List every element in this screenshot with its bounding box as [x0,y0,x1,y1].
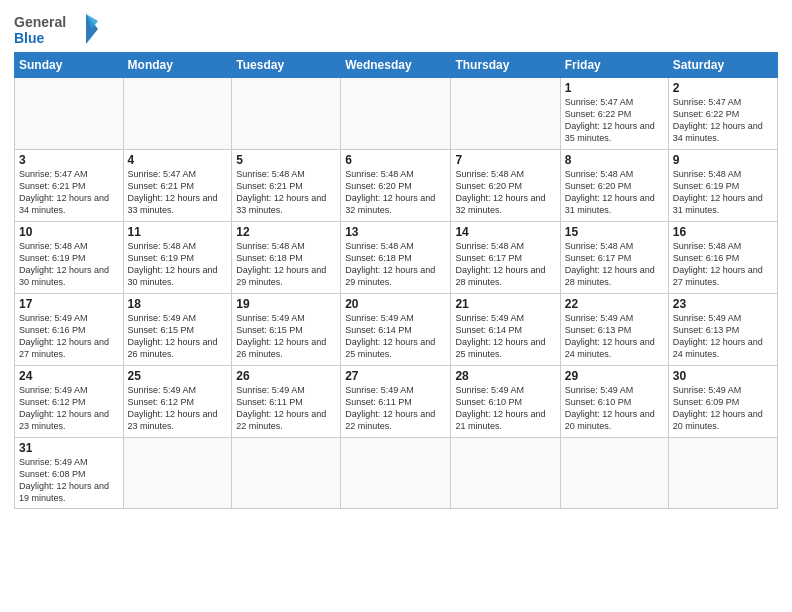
day-info: Sunrise: 5:49 AM Sunset: 6:14 PM Dayligh… [455,312,555,361]
calendar-week-row: 3Sunrise: 5:47 AM Sunset: 6:21 PM Daylig… [15,150,778,222]
page: General Blue SundayMondayTuesdayWednesda… [0,0,792,517]
day-info: Sunrise: 5:48 AM Sunset: 6:20 PM Dayligh… [345,168,446,217]
day-info: Sunrise: 5:48 AM Sunset: 6:19 PM Dayligh… [19,240,119,289]
day-number: 4 [128,153,228,167]
calendar-table: SundayMondayTuesdayWednesdayThursdayFrid… [14,52,778,509]
day-number: 25 [128,369,228,383]
calendar-header-row: SundayMondayTuesdayWednesdayThursdayFrid… [15,53,778,78]
day-info: Sunrise: 5:48 AM Sunset: 6:20 PM Dayligh… [565,168,664,217]
day-info: Sunrise: 5:48 AM Sunset: 6:19 PM Dayligh… [673,168,773,217]
calendar-cell [123,78,232,150]
day-number: 11 [128,225,228,239]
col-header-tuesday: Tuesday [232,53,341,78]
calendar-cell: 16Sunrise: 5:48 AM Sunset: 6:16 PM Dayli… [668,222,777,294]
day-number: 9 [673,153,773,167]
calendar-cell [451,78,560,150]
col-header-friday: Friday [560,53,668,78]
col-header-monday: Monday [123,53,232,78]
logo-svg: General Blue [14,10,104,48]
calendar-cell: 10Sunrise: 5:48 AM Sunset: 6:19 PM Dayli… [15,222,124,294]
day-info: Sunrise: 5:49 AM Sunset: 6:12 PM Dayligh… [128,384,228,433]
col-header-wednesday: Wednesday [341,53,451,78]
calendar-cell: 14Sunrise: 5:48 AM Sunset: 6:17 PM Dayli… [451,222,560,294]
day-number: 19 [236,297,336,311]
svg-text:Blue: Blue [14,30,45,46]
day-info: Sunrise: 5:49 AM Sunset: 6:10 PM Dayligh… [455,384,555,433]
day-info: Sunrise: 5:48 AM Sunset: 6:21 PM Dayligh… [236,168,336,217]
col-header-saturday: Saturday [668,53,777,78]
calendar-cell [668,438,777,509]
calendar-cell [232,78,341,150]
day-number: 23 [673,297,773,311]
svg-text:General: General [14,14,66,30]
day-number: 29 [565,369,664,383]
day-info: Sunrise: 5:49 AM Sunset: 6:11 PM Dayligh… [345,384,446,433]
calendar-cell [341,438,451,509]
calendar-cell: 5Sunrise: 5:48 AM Sunset: 6:21 PM Daylig… [232,150,341,222]
calendar-cell: 7Sunrise: 5:48 AM Sunset: 6:20 PM Daylig… [451,150,560,222]
day-number: 1 [565,81,664,95]
calendar-week-row: 10Sunrise: 5:48 AM Sunset: 6:19 PM Dayli… [15,222,778,294]
day-info: Sunrise: 5:47 AM Sunset: 6:21 PM Dayligh… [128,168,228,217]
logo: General Blue [14,10,104,48]
calendar-cell: 8Sunrise: 5:48 AM Sunset: 6:20 PM Daylig… [560,150,668,222]
day-info: Sunrise: 5:49 AM Sunset: 6:10 PM Dayligh… [565,384,664,433]
calendar-cell: 15Sunrise: 5:48 AM Sunset: 6:17 PM Dayli… [560,222,668,294]
calendar-cell: 11Sunrise: 5:48 AM Sunset: 6:19 PM Dayli… [123,222,232,294]
day-number: 15 [565,225,664,239]
calendar-week-row: 31Sunrise: 5:49 AM Sunset: 6:08 PM Dayli… [15,438,778,509]
calendar-cell: 30Sunrise: 5:49 AM Sunset: 6:09 PM Dayli… [668,366,777,438]
calendar-cell: 24Sunrise: 5:49 AM Sunset: 6:12 PM Dayli… [15,366,124,438]
day-number: 8 [565,153,664,167]
calendar-cell: 23Sunrise: 5:49 AM Sunset: 6:13 PM Dayli… [668,294,777,366]
day-number: 12 [236,225,336,239]
calendar-cell: 1Sunrise: 5:47 AM Sunset: 6:22 PM Daylig… [560,78,668,150]
day-info: Sunrise: 5:48 AM Sunset: 6:18 PM Dayligh… [236,240,336,289]
header: General Blue [14,10,778,48]
day-info: Sunrise: 5:49 AM Sunset: 6:09 PM Dayligh… [673,384,773,433]
day-number: 22 [565,297,664,311]
day-info: Sunrise: 5:49 AM Sunset: 6:13 PM Dayligh… [565,312,664,361]
day-number: 21 [455,297,555,311]
calendar-cell [451,438,560,509]
calendar-cell: 3Sunrise: 5:47 AM Sunset: 6:21 PM Daylig… [15,150,124,222]
calendar-week-row: 1Sunrise: 5:47 AM Sunset: 6:22 PM Daylig… [15,78,778,150]
day-info: Sunrise: 5:49 AM Sunset: 6:16 PM Dayligh… [19,312,119,361]
calendar-cell [15,78,124,150]
day-number: 30 [673,369,773,383]
day-number: 6 [345,153,446,167]
day-info: Sunrise: 5:48 AM Sunset: 6:16 PM Dayligh… [673,240,773,289]
day-info: Sunrise: 5:47 AM Sunset: 6:22 PM Dayligh… [673,96,773,145]
calendar-cell: 18Sunrise: 5:49 AM Sunset: 6:15 PM Dayli… [123,294,232,366]
day-number: 5 [236,153,336,167]
calendar-cell: 20Sunrise: 5:49 AM Sunset: 6:14 PM Dayli… [341,294,451,366]
day-info: Sunrise: 5:48 AM Sunset: 6:17 PM Dayligh… [455,240,555,289]
calendar-week-row: 24Sunrise: 5:49 AM Sunset: 6:12 PM Dayli… [15,366,778,438]
calendar-cell: 2Sunrise: 5:47 AM Sunset: 6:22 PM Daylig… [668,78,777,150]
day-number: 28 [455,369,555,383]
calendar-cell: 9Sunrise: 5:48 AM Sunset: 6:19 PM Daylig… [668,150,777,222]
day-info: Sunrise: 5:49 AM Sunset: 6:11 PM Dayligh… [236,384,336,433]
calendar-cell: 12Sunrise: 5:48 AM Sunset: 6:18 PM Dayli… [232,222,341,294]
day-number: 3 [19,153,119,167]
col-header-sunday: Sunday [15,53,124,78]
day-info: Sunrise: 5:49 AM Sunset: 6:12 PM Dayligh… [19,384,119,433]
day-number: 17 [19,297,119,311]
calendar-cell: 19Sunrise: 5:49 AM Sunset: 6:15 PM Dayli… [232,294,341,366]
calendar-cell [232,438,341,509]
calendar-cell: 6Sunrise: 5:48 AM Sunset: 6:20 PM Daylig… [341,150,451,222]
calendar-cell: 27Sunrise: 5:49 AM Sunset: 6:11 PM Dayli… [341,366,451,438]
day-number: 26 [236,369,336,383]
calendar-cell: 26Sunrise: 5:49 AM Sunset: 6:11 PM Dayli… [232,366,341,438]
day-info: Sunrise: 5:49 AM Sunset: 6:08 PM Dayligh… [19,456,119,505]
calendar-cell: 25Sunrise: 5:49 AM Sunset: 6:12 PM Dayli… [123,366,232,438]
calendar-cell: 29Sunrise: 5:49 AM Sunset: 6:10 PM Dayli… [560,366,668,438]
day-info: Sunrise: 5:49 AM Sunset: 6:14 PM Dayligh… [345,312,446,361]
calendar-cell [123,438,232,509]
day-number: 18 [128,297,228,311]
day-info: Sunrise: 5:49 AM Sunset: 6:13 PM Dayligh… [673,312,773,361]
day-number: 14 [455,225,555,239]
calendar-cell: 17Sunrise: 5:49 AM Sunset: 6:16 PM Dayli… [15,294,124,366]
calendar-cell [341,78,451,150]
day-info: Sunrise: 5:48 AM Sunset: 6:19 PM Dayligh… [128,240,228,289]
